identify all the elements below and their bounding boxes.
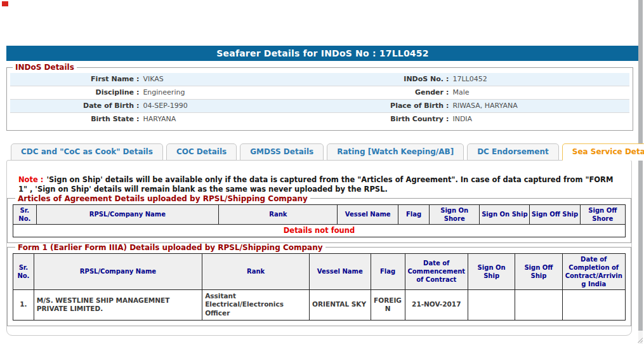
separator: : (136, 86, 139, 99)
details-not-found-message: Details not found (13, 224, 626, 237)
indos-details-fieldset: INDoS Details First Name:VIKAS INDoS No.… (6, 63, 633, 131)
cell-rank: Assitant Electrical/Electronics Officer (202, 289, 310, 320)
field-value-gender: Male (452, 86, 469, 99)
separator: : (446, 73, 449, 86)
detail-row: Date of Birth:04-SEP-1990 Place of Birth… (10, 100, 629, 113)
col-header-sr-no: Sr. No. (13, 253, 34, 289)
field-value-birth-state: HARYANA (143, 113, 176, 126)
page-title-bar: Seafarer Details for INDoS No : 17LL0452 (6, 46, 639, 61)
tab-dc-endorsement[interactable]: DC Endorsement (467, 143, 559, 161)
col-header-sign-off-shore: Sign Off Shore (580, 204, 625, 224)
col-header-rank: Rank (202, 253, 310, 289)
field-value-discipline: Engineering (143, 86, 185, 99)
field-gender: Gender:Male (320, 86, 629, 99)
cell-date-of-commencement: 21-NOV-2017 (405, 289, 468, 320)
field-label-first-name: First Name (10, 73, 134, 86)
cell-rpsl-company-name: M/S. WESTLINE SHIP MANAGEMNET PRIVATE LI… (34, 289, 202, 320)
separator: : (136, 113, 139, 126)
tab-coc-details[interactable]: COC Details (166, 143, 237, 161)
field-birth-state: Birth State:HARYANA (10, 113, 320, 126)
articles-of-agreement-fieldset: Articles of Agreement Details uploaded b… (7, 194, 631, 243)
detail-row: Discipline:Engineering Gender:Male (10, 86, 629, 100)
separator: : (136, 100, 139, 112)
separator: : (136, 73, 139, 86)
field-label-indos-no: INDoS No. (320, 73, 444, 86)
form1-details-table: Sr. No. RPSL/Company Name Rank Vessel Na… (13, 253, 626, 321)
table-header-row: Sr. No. RPSL/Company Name Rank Vessel Na… (13, 204, 626, 224)
cell-vessel-name: ORIENTAL SKY (310, 289, 371, 320)
field-label-birth-state: Birth State (10, 113, 134, 126)
articles-of-agreement-table: Sr. No. RPSL/Company Name Rank Vessel Na… (13, 204, 626, 237)
field-value-date-of-birth: 04-SEP-1990 (143, 100, 187, 112)
col-header-sign-on-ship: Sign On Ship (480, 204, 530, 224)
col-header-flag: Flag (398, 204, 429, 224)
field-discipline: Discipline:Engineering (10, 86, 320, 99)
separator: : (446, 100, 449, 112)
separator: : (446, 113, 449, 126)
cell-flag: FOREIGN (371, 289, 405, 320)
field-label-birth-country: Birth Country (320, 113, 444, 126)
articles-of-agreement-legend: Articles of Agreement Details uploaded b… (15, 194, 310, 203)
tab-cdc-and-coc-as-cook-details[interactable]: CDC and "CoC as Cook" Details (11, 143, 163, 161)
col-header-vessel-name: Vessel Name (310, 253, 371, 289)
field-birth-country: Birth Country:INDIA (320, 113, 629, 126)
note-prefix: Note : (18, 175, 43, 184)
col-header-sign-on-shore: Sign On Shore (430, 204, 480, 224)
cell-sign-on-ship (468, 289, 515, 320)
col-header-date-of-completion-of-contract-arriving-india: Date of Completion of Contract/Arriving … (562, 253, 625, 289)
col-header-sr-no: Sr. No. (13, 204, 37, 224)
tab-bar: CDC and "CoC as Cook" Details COC Detail… (11, 143, 644, 161)
table-header-row: Sr. No. RPSL/Company Name Rank Vessel Na… (13, 253, 626, 289)
field-value-place-of-birth: RIWASA, HARYANA (452, 100, 517, 112)
col-header-sign-off-ship: Sign Off Ship (530, 204, 580, 224)
cell-sr-no: 1. (13, 289, 34, 320)
cell-sign-off-ship (515, 289, 562, 320)
tab-content-panel: Note :'Sign on Ship' details will be ava… (6, 160, 632, 336)
field-place-of-birth: Place of Birth:RIWASA, HARYANA (320, 100, 629, 112)
note-text: 'Sign on Ship' details will be available… (18, 175, 613, 194)
col-header-vessel-name: Vessel Name (338, 204, 398, 224)
indos-details-legend: INDoS Details (13, 63, 77, 72)
field-label-discipline: Discipline (10, 86, 134, 99)
col-header-rpsl-company-name: RPSL/Company Name (36, 204, 219, 224)
separator: : (446, 86, 449, 99)
form1-details-legend: Form 1 (Earlier Form IIIA) Details uploa… (15, 243, 325, 252)
tab-rating-watch-keeping-ab[interactable]: Rating [Watch Keeping/AB] (327, 143, 464, 161)
col-header-sign-off-ship: Sign Off Ship (515, 253, 562, 289)
tab-sea-service-details[interactable]: Sea Service Details (562, 143, 644, 161)
col-header-rank: Rank (219, 204, 338, 224)
field-value-first-name: VIKAS (143, 73, 163, 86)
field-value-indos-no: 17LL0452 (452, 73, 487, 86)
page-title: Seafarer Details for INDoS No : 17LL0452 (6, 46, 639, 61)
field-label-place-of-birth: Place of Birth (320, 100, 444, 112)
field-first-name: First Name:VIKAS (10, 73, 320, 86)
cell-date-of-completion (562, 289, 625, 320)
col-header-sign-on-ship: Sign On Ship (468, 253, 515, 289)
resize-grip-icon (637, 337, 643, 343)
form1-details-fieldset: Form 1 (Earlier Form IIIA) Details uploa… (7, 243, 631, 326)
field-value-birth-country: INDIA (452, 113, 472, 126)
note: Note :'Sign on Ship' details will be ava… (18, 175, 620, 194)
table-row: Details not found (13, 224, 626, 237)
field-date-of-birth: Date of Birth:04-SEP-1990 (10, 100, 320, 112)
vertical-scrollbar-thumb[interactable] (638, 0, 643, 331)
field-indos-no: INDoS No.:17LL0452 (320, 73, 629, 86)
col-header-date-of-commencement-of-contract: Date of Commencement of Contract (405, 253, 468, 289)
table-row: 1. M/S. WESTLINE SHIP MANAGEMNET PRIVATE… (13, 289, 626, 320)
broken-image-icon (2, 1, 8, 6)
detail-row: Birth State:HARYANA Birth Country:INDIA (10, 113, 629, 126)
detail-row: First Name:VIKAS INDoS No.:17LL0452 (10, 73, 629, 86)
tab-gmdss-details[interactable]: GMDSS Details (240, 143, 324, 161)
field-label-gender: Gender (320, 86, 444, 99)
col-header-flag: Flag (371, 253, 405, 289)
field-label-date-of-birth: Date of Birth (10, 100, 134, 112)
col-header-rpsl-company-name: RPSL/Company Name (34, 253, 202, 289)
